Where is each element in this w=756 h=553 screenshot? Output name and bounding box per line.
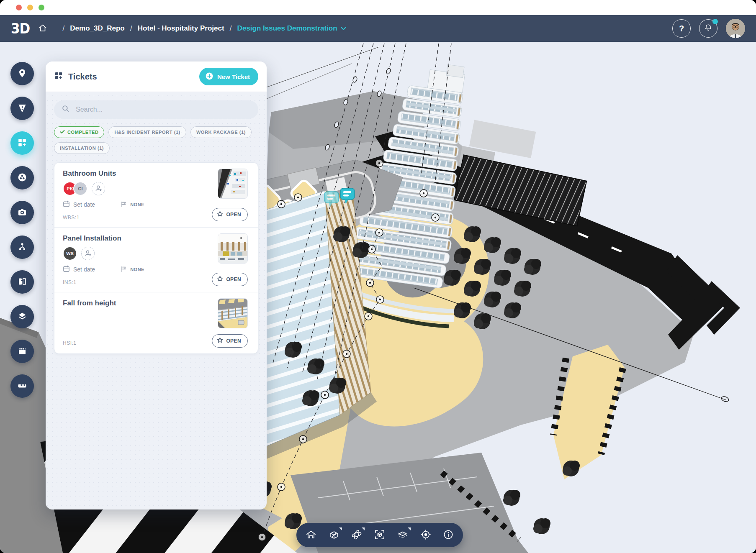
left-tool-sidebar	[10, 62, 34, 398]
location-pin-icon	[17, 68, 27, 79]
new-ticket-button[interactable]: New Ticket	[199, 68, 258, 85]
due-date-label: Set date	[73, 201, 95, 208]
chip-label: H&S INCIDENT REPORT (1)	[114, 130, 180, 135]
person-plus-icon	[84, 249, 92, 258]
ticket-thumbnail[interactable]	[218, 233, 248, 264]
help-button[interactable]: ?	[672, 19, 691, 38]
breadcrumb-repo[interactable]: Demo_3D_Repo	[70, 24, 124, 33]
sidebar-item-film-reel[interactable]	[10, 166, 34, 189]
thumbnail-image	[218, 234, 247, 263]
ticket-card-list: Bathroom Units PK CI Set date	[54, 162, 258, 354]
home-button[interactable]	[38, 23, 47, 34]
tickets-panel: Tickets New Ticket COMPLETED H	[46, 61, 267, 509]
star-icon	[217, 276, 223, 283]
top-navbar: 3D / Demo_3D_Repo / Hotel - Hospitality …	[0, 15, 756, 42]
check-icon	[60, 130, 65, 135]
sidebar-item-safety-hazard[interactable]	[10, 97, 34, 120]
sequencing-board-icon	[17, 346, 27, 357]
sidebar-item-compare[interactable]	[10, 270, 34, 294]
priority-label: NONE	[130, 267, 144, 272]
tickets-grid-plus-icon	[17, 138, 27, 149]
filter-chip-hs-incident-report[interactable]: H&S INCIDENT REPORT (1)	[108, 126, 186, 138]
sidebar-item-camera[interactable]	[10, 201, 34, 224]
priority[interactable]: NONE	[121, 201, 144, 208]
ticket-thumbnail[interactable]	[218, 169, 248, 199]
info-icon	[442, 529, 454, 542]
toolbar-info-button[interactable]	[440, 527, 457, 543]
assignee-badge: WS	[63, 246, 77, 261]
chip-label: INSTALLATION (1)	[60, 146, 104, 151]
open-ticket-button[interactable]: OPEN	[212, 334, 248, 348]
search-box	[54, 100, 258, 119]
filter-chip-installation[interactable]: INSTALLATION (1)	[54, 142, 110, 154]
breadcrumb-view-selector[interactable]: Design Issues Demonstration	[237, 24, 346, 33]
add-assignee-button[interactable]	[81, 247, 95, 260]
sidebar-item-location-pin[interactable]	[10, 62, 34, 85]
bell-icon	[704, 23, 713, 34]
user-avatar[interactable]	[726, 19, 745, 38]
app-logo[interactable]: 3D	[11, 20, 30, 37]
camera-icon	[17, 207, 27, 218]
due-date-label: Set date	[73, 266, 95, 273]
thumbnail-image	[218, 169, 247, 198]
tree-structure-icon	[17, 242, 27, 253]
filter-chip-work-package[interactable]: WORK PACKAGE (1)	[190, 126, 252, 138]
flag-icon	[121, 266, 127, 273]
priority-label: NONE	[130, 202, 144, 207]
open-ticket-button[interactable]: OPEN	[212, 208, 248, 221]
toolbar-orbit-button[interactable]	[348, 527, 365, 543]
breadcrumb-project[interactable]: Hotel - Hospitality Project	[138, 24, 224, 33]
chip-label: COMPLETED	[67, 130, 98, 135]
filter-chip-completed[interactable]: COMPLETED	[54, 126, 104, 138]
ticket-card-fall-from-height[interactable]: Fall from height HSI:1	[54, 292, 258, 353]
sidebar-item-tickets[interactable]	[10, 131, 34, 155]
due-date[interactable]: Set date	[63, 265, 95, 274]
search-input[interactable]	[75, 105, 251, 114]
film-reel-icon	[17, 172, 27, 184]
tickets-panel-body: COMPLETED H&S INCIDENT REPORT (1) WORK P…	[46, 92, 267, 509]
toolbar-view-cube-button[interactable]	[326, 527, 342, 543]
avatar-image	[726, 19, 745, 38]
breadcrumb-separator: /	[230, 24, 232, 33]
sidebar-item-measure[interactable]	[10, 374, 34, 398]
person-plus-icon	[95, 184, 102, 193]
priority[interactable]: NONE	[121, 266, 144, 273]
due-date[interactable]: Set date	[63, 200, 95, 209]
open-button-label: OPEN	[226, 338, 241, 344]
ticket-card-bathroom-units[interactable]: Bathroom Units PK CI Set date	[54, 163, 258, 228]
new-ticket-label: New Ticket	[217, 73, 250, 80]
sidebar-item-sequencing[interactable]	[10, 340, 34, 363]
toolbar-zoom-to-fit-button[interactable]	[371, 527, 388, 543]
notifications-button[interactable]	[699, 19, 717, 38]
sidebar-item-layers[interactable]	[10, 305, 34, 328]
calendar-icon	[63, 265, 70, 274]
open-ticket-button[interactable]: OPEN	[212, 273, 248, 286]
toolbar-home-button[interactable]	[303, 527, 319, 543]
breadcrumb-separator: /	[130, 24, 132, 33]
view-cube-icon	[328, 529, 340, 542]
hazard-triangle-icon	[17, 103, 27, 114]
toolbar-navigation-target-button[interactable]	[417, 527, 434, 543]
flag-icon	[121, 201, 127, 208]
chip-label: WORK PACKAGE (1)	[196, 130, 246, 135]
compare-panels-icon	[17, 276, 27, 288]
viewer-toolbar	[296, 523, 463, 547]
plus-circle-icon	[205, 72, 213, 82]
toolbar-section-button[interactable]	[394, 527, 411, 543]
sidebar-item-model-tree[interactable]	[10, 236, 34, 259]
app-window: 3D / Demo_3D_Repo / Hotel - Hospitality …	[0, 0, 756, 553]
target-icon	[420, 529, 432, 542]
add-assignee-button[interactable]	[92, 182, 105, 195]
zoom-window-button[interactable]	[39, 5, 44, 10]
home-icon	[38, 23, 47, 34]
viewport-area: Tickets New Ticket COMPLETED H	[0, 42, 756, 553]
panel-title: Tickets	[68, 72, 97, 82]
breadcrumb-separator: /	[62, 24, 64, 33]
tickets-panel-header: Tickets New Ticket	[46, 61, 267, 92]
star-icon	[217, 211, 223, 218]
ticket-thumbnail[interactable]	[218, 298, 248, 328]
close-window-button[interactable]	[16, 5, 22, 10]
ticket-card-panel-installation[interactable]: Panel Installation WS Set date	[54, 228, 258, 292]
minimize-window-button[interactable]	[27, 5, 33, 10]
filter-chips: COMPLETED H&S INCIDENT REPORT (1) WORK P…	[54, 126, 258, 154]
